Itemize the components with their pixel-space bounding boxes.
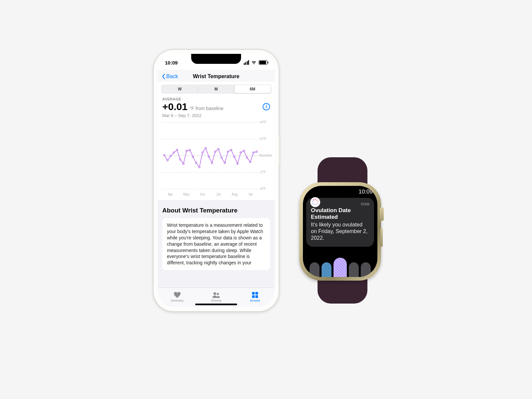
svg-point-5 <box>180 159 181 160</box>
temperature-line-chart <box>162 121 259 193</box>
watch-side-button <box>380 228 383 247</box>
svg-point-41 <box>314 204 315 205</box>
svg-point-7 <box>186 150 188 152</box>
svg-point-42 <box>312 202 313 203</box>
svg-point-20 <box>227 151 229 153</box>
about-card: Wrist temperature is a measurement relat… <box>162 218 270 270</box>
cycle-tracking-app-icon <box>310 197 320 207</box>
range-segmented-control[interactable]: W M 6M <box>161 84 271 94</box>
apple-watch-device: 10:09 <box>299 182 386 281</box>
summary-date-range: Mar 6 – Sep 7, 2022 <box>162 113 270 118</box>
summary-block: AVERAGE +0.01 °F from baseline Mar 6 – S… <box>158 94 275 118</box>
month-aug: Aug <box>226 193 242 196</box>
svg-point-39 <box>317 203 318 204</box>
svg-point-6 <box>183 163 184 165</box>
svg-point-11 <box>199 167 200 168</box>
svg-point-17 <box>218 148 219 150</box>
tab-browse[interactable]: Browse <box>236 288 275 307</box>
watch-case: 10:09 <box>299 182 381 281</box>
iphone-side-button <box>279 136 281 166</box>
ylabel-plus4: +4°F <box>259 120 272 124</box>
content-area: W M 6M AVERAGE +0.01 °F from baseline Ma… <box>158 82 275 288</box>
svg-point-19 <box>224 162 226 164</box>
svg-point-43 <box>312 201 313 202</box>
svg-point-14 <box>208 156 210 158</box>
home-indicator <box>195 304 237 305</box>
notification-card[interactable]: now Ovulation Date Estimated It's likely… <box>306 198 374 247</box>
ylabel-baseline: Baseline <box>259 154 272 157</box>
segment-6m[interactable]: 6M <box>234 85 271 93</box>
back-button[interactable]: Back <box>162 73 178 79</box>
tab-summary-label: Summary <box>171 299 184 302</box>
tab-browse-label: Browse <box>250 299 260 302</box>
svg-point-10 <box>196 162 197 164</box>
svg-point-18 <box>221 157 222 159</box>
svg-point-9 <box>192 156 194 158</box>
svg-point-25 <box>243 150 245 152</box>
heart-icon <box>173 291 181 299</box>
svg-point-0 <box>164 154 165 156</box>
about-heading: About Wrist Temperature <box>162 207 270 214</box>
cycle-day-strip <box>303 259 377 277</box>
about-body: Wrist temperature is a measurement relat… <box>167 222 263 265</box>
notification-title: Ovulation Date Estimated <box>311 207 369 220</box>
month-apr: Apr <box>162 193 178 196</box>
svg-point-30 <box>213 292 216 295</box>
chevron-left-icon <box>162 73 166 79</box>
svg-point-23 <box>237 163 238 165</box>
svg-point-44 <box>313 200 314 200</box>
about-section: About Wrist Temperature Wrist temperatur… <box>158 200 275 273</box>
tab-summary[interactable]: Summary <box>158 288 197 307</box>
svg-point-4 <box>176 149 178 151</box>
svg-point-8 <box>189 149 191 151</box>
svg-point-15 <box>211 162 213 164</box>
chart-area: +4°F +2°F Baseline -2°F -4°F Apr May Jun… <box>158 118 275 200</box>
month-jun: Jun <box>195 193 210 196</box>
notification-body: It's likely you ovulated on Friday, Sept… <box>311 221 369 241</box>
status-time: 10:09 <box>165 60 178 66</box>
svg-rect-35 <box>255 295 258 298</box>
svg-point-26 <box>246 157 248 159</box>
svg-rect-33 <box>255 292 258 295</box>
back-label: Back <box>166 73 178 79</box>
watch-status-time: 10:09 <box>303 186 377 196</box>
svg-point-27 <box>249 161 251 163</box>
svg-point-28 <box>253 152 254 154</box>
nav-title: Wrist Temperature <box>193 73 239 79</box>
tab-sharing-label: Sharing <box>211 299 221 302</box>
month-sep: Se <box>243 193 259 196</box>
svg-point-16 <box>214 151 216 153</box>
info-button[interactable]: i <box>263 103 270 110</box>
nav-bar: Back Wrist Temperature <box>158 70 275 83</box>
svg-rect-32 <box>252 292 255 295</box>
svg-point-40 <box>315 204 316 205</box>
svg-point-24 <box>240 152 242 154</box>
svg-point-36 <box>315 199 316 200</box>
svg-point-3 <box>173 152 175 154</box>
segment-w[interactable]: W <box>162 85 198 93</box>
segment-m[interactable]: M <box>198 85 234 93</box>
iphone-notch <box>191 54 241 64</box>
month-may: May <box>178 193 194 196</box>
svg-point-38 <box>317 201 318 202</box>
svg-point-31 <box>217 293 219 295</box>
digital-crown <box>380 207 384 221</box>
summary-label: AVERAGE <box>162 97 270 101</box>
svg-point-29 <box>256 151 258 153</box>
ylabel-plus2: +2°F <box>259 137 272 141</box>
svg-point-21 <box>230 149 232 151</box>
svg-point-37 <box>317 200 318 200</box>
svg-rect-34 <box>252 295 255 298</box>
iphone-device: 10:09 Back <box>153 49 279 312</box>
battery-icon <box>259 60 267 65</box>
watch-screen: 10:09 <box>303 186 377 277</box>
cellular-signal-icon <box>244 60 249 65</box>
ylabel-minus2: -2°F <box>259 170 272 174</box>
svg-point-22 <box>233 156 235 158</box>
summary-unit: °F from baseline <box>190 106 223 111</box>
svg-point-13 <box>205 148 206 149</box>
summary-value: +0.01 <box>162 101 188 112</box>
month-jul: Jul <box>210 193 226 196</box>
svg-point-1 <box>167 160 168 161</box>
ylabel-minus4: -4°F <box>259 187 272 191</box>
